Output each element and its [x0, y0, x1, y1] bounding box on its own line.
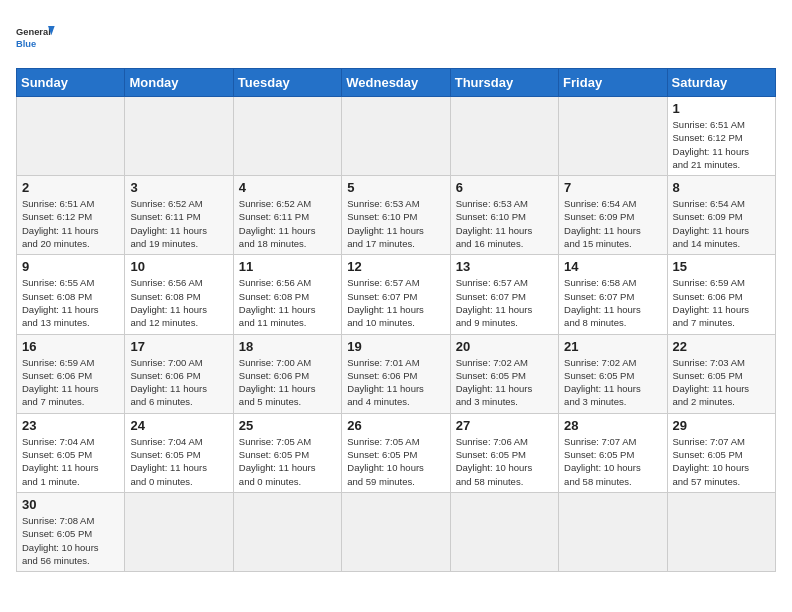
day-info: Sunrise: 7:04 AM Sunset: 6:05 PM Dayligh…	[130, 435, 227, 488]
calendar-cell: 22Sunrise: 7:03 AM Sunset: 6:05 PM Dayli…	[667, 334, 775, 413]
svg-text:General: General	[16, 27, 51, 37]
calendar-cell: 2Sunrise: 6:51 AM Sunset: 6:12 PM Daylig…	[17, 176, 125, 255]
calendar-cell: 11Sunrise: 6:56 AM Sunset: 6:08 PM Dayli…	[233, 255, 341, 334]
calendar-cell: 1Sunrise: 6:51 AM Sunset: 6:12 PM Daylig…	[667, 97, 775, 176]
svg-text:Blue: Blue	[16, 39, 36, 49]
day-number: 29	[673, 418, 770, 433]
day-info: Sunrise: 7:05 AM Sunset: 6:05 PM Dayligh…	[239, 435, 336, 488]
day-number: 17	[130, 339, 227, 354]
day-info: Sunrise: 7:00 AM Sunset: 6:06 PM Dayligh…	[130, 356, 227, 409]
calendar-cell: 26Sunrise: 7:05 AM Sunset: 6:05 PM Dayli…	[342, 413, 450, 492]
calendar-cell: 13Sunrise: 6:57 AM Sunset: 6:07 PM Dayli…	[450, 255, 558, 334]
day-number: 19	[347, 339, 444, 354]
calendar-cell: 20Sunrise: 7:02 AM Sunset: 6:05 PM Dayli…	[450, 334, 558, 413]
day-info: Sunrise: 6:58 AM Sunset: 6:07 PM Dayligh…	[564, 276, 661, 329]
calendar-cell: 17Sunrise: 7:00 AM Sunset: 6:06 PM Dayli…	[125, 334, 233, 413]
calendar-cell: 21Sunrise: 7:02 AM Sunset: 6:05 PM Dayli…	[559, 334, 667, 413]
day-number: 21	[564, 339, 661, 354]
calendar-cell	[559, 492, 667, 571]
day-info: Sunrise: 6:59 AM Sunset: 6:06 PM Dayligh…	[22, 356, 119, 409]
day-number: 2	[22, 180, 119, 195]
day-info: Sunrise: 7:07 AM Sunset: 6:05 PM Dayligh…	[564, 435, 661, 488]
weekday-header-saturday: Saturday	[667, 69, 775, 97]
calendar-cell: 25Sunrise: 7:05 AM Sunset: 6:05 PM Dayli…	[233, 413, 341, 492]
calendar-cell	[342, 492, 450, 571]
calendar-week-6: 30Sunrise: 7:08 AM Sunset: 6:05 PM Dayli…	[17, 492, 776, 571]
calendar-cell	[450, 492, 558, 571]
calendar-cell	[342, 97, 450, 176]
calendar-cell	[233, 97, 341, 176]
day-number: 8	[673, 180, 770, 195]
calendar-cell	[233, 492, 341, 571]
calendar-cell: 29Sunrise: 7:07 AM Sunset: 6:05 PM Dayli…	[667, 413, 775, 492]
calendar-cell: 5Sunrise: 6:53 AM Sunset: 6:10 PM Daylig…	[342, 176, 450, 255]
day-number: 30	[22, 497, 119, 512]
calendar-cell: 18Sunrise: 7:00 AM Sunset: 6:06 PM Dayli…	[233, 334, 341, 413]
day-number: 6	[456, 180, 553, 195]
calendar-cell: 14Sunrise: 6:58 AM Sunset: 6:07 PM Dayli…	[559, 255, 667, 334]
weekday-header-tuesday: Tuesday	[233, 69, 341, 97]
day-info: Sunrise: 6:51 AM Sunset: 6:12 PM Dayligh…	[22, 197, 119, 250]
calendar-cell	[125, 492, 233, 571]
day-number: 18	[239, 339, 336, 354]
calendar-week-1: 1Sunrise: 6:51 AM Sunset: 6:12 PM Daylig…	[17, 97, 776, 176]
calendar-cell: 10Sunrise: 6:56 AM Sunset: 6:08 PM Dayli…	[125, 255, 233, 334]
calendar-cell: 30Sunrise: 7:08 AM Sunset: 6:05 PM Dayli…	[17, 492, 125, 571]
calendar-cell	[17, 97, 125, 176]
day-info: Sunrise: 7:06 AM Sunset: 6:05 PM Dayligh…	[456, 435, 553, 488]
calendar-week-2: 2Sunrise: 6:51 AM Sunset: 6:12 PM Daylig…	[17, 176, 776, 255]
day-number: 23	[22, 418, 119, 433]
logo: General Blue	[16, 16, 56, 60]
calendar-cell	[667, 492, 775, 571]
day-info: Sunrise: 6:53 AM Sunset: 6:10 PM Dayligh…	[347, 197, 444, 250]
calendar-cell: 23Sunrise: 7:04 AM Sunset: 6:05 PM Dayli…	[17, 413, 125, 492]
day-number: 12	[347, 259, 444, 274]
day-info: Sunrise: 6:52 AM Sunset: 6:11 PM Dayligh…	[239, 197, 336, 250]
calendar-cell: 8Sunrise: 6:54 AM Sunset: 6:09 PM Daylig…	[667, 176, 775, 255]
generalblue-logo-icon: General Blue	[16, 16, 56, 60]
calendar-cell: 4Sunrise: 6:52 AM Sunset: 6:11 PM Daylig…	[233, 176, 341, 255]
day-info: Sunrise: 6:56 AM Sunset: 6:08 PM Dayligh…	[239, 276, 336, 329]
day-number: 4	[239, 180, 336, 195]
day-number: 11	[239, 259, 336, 274]
weekday-header-sunday: Sunday	[17, 69, 125, 97]
calendar-cell	[559, 97, 667, 176]
day-info: Sunrise: 7:02 AM Sunset: 6:05 PM Dayligh…	[564, 356, 661, 409]
day-info: Sunrise: 7:02 AM Sunset: 6:05 PM Dayligh…	[456, 356, 553, 409]
day-number: 15	[673, 259, 770, 274]
header: General Blue	[16, 16, 776, 60]
weekday-header-thursday: Thursday	[450, 69, 558, 97]
day-info: Sunrise: 7:03 AM Sunset: 6:05 PM Dayligh…	[673, 356, 770, 409]
day-number: 25	[239, 418, 336, 433]
calendar-cell: 24Sunrise: 7:04 AM Sunset: 6:05 PM Dayli…	[125, 413, 233, 492]
calendar-cell: 7Sunrise: 6:54 AM Sunset: 6:09 PM Daylig…	[559, 176, 667, 255]
day-number: 10	[130, 259, 227, 274]
day-info: Sunrise: 6:57 AM Sunset: 6:07 PM Dayligh…	[456, 276, 553, 329]
calendar-week-5: 23Sunrise: 7:04 AM Sunset: 6:05 PM Dayli…	[17, 413, 776, 492]
day-number: 9	[22, 259, 119, 274]
day-info: Sunrise: 6:56 AM Sunset: 6:08 PM Dayligh…	[130, 276, 227, 329]
calendar-cell: 28Sunrise: 7:07 AM Sunset: 6:05 PM Dayli…	[559, 413, 667, 492]
day-info: Sunrise: 6:51 AM Sunset: 6:12 PM Dayligh…	[673, 118, 770, 171]
calendar-cell: 3Sunrise: 6:52 AM Sunset: 6:11 PM Daylig…	[125, 176, 233, 255]
day-info: Sunrise: 6:53 AM Sunset: 6:10 PM Dayligh…	[456, 197, 553, 250]
day-info: Sunrise: 6:57 AM Sunset: 6:07 PM Dayligh…	[347, 276, 444, 329]
calendar-header-row: SundayMondayTuesdayWednesdayThursdayFrid…	[17, 69, 776, 97]
day-number: 26	[347, 418, 444, 433]
day-info: Sunrise: 7:07 AM Sunset: 6:05 PM Dayligh…	[673, 435, 770, 488]
calendar-cell: 6Sunrise: 6:53 AM Sunset: 6:10 PM Daylig…	[450, 176, 558, 255]
day-info: Sunrise: 6:54 AM Sunset: 6:09 PM Dayligh…	[673, 197, 770, 250]
day-info: Sunrise: 6:52 AM Sunset: 6:11 PM Dayligh…	[130, 197, 227, 250]
calendar-table: SundayMondayTuesdayWednesdayThursdayFrid…	[16, 68, 776, 572]
calendar-cell: 16Sunrise: 6:59 AM Sunset: 6:06 PM Dayli…	[17, 334, 125, 413]
calendar-week-3: 9Sunrise: 6:55 AM Sunset: 6:08 PM Daylig…	[17, 255, 776, 334]
day-info: Sunrise: 7:04 AM Sunset: 6:05 PM Dayligh…	[22, 435, 119, 488]
day-number: 1	[673, 101, 770, 116]
weekday-header-monday: Monday	[125, 69, 233, 97]
day-number: 28	[564, 418, 661, 433]
day-number: 7	[564, 180, 661, 195]
day-info: Sunrise: 6:59 AM Sunset: 6:06 PM Dayligh…	[673, 276, 770, 329]
calendar-cell: 15Sunrise: 6:59 AM Sunset: 6:06 PM Dayli…	[667, 255, 775, 334]
day-number: 22	[673, 339, 770, 354]
day-number: 16	[22, 339, 119, 354]
